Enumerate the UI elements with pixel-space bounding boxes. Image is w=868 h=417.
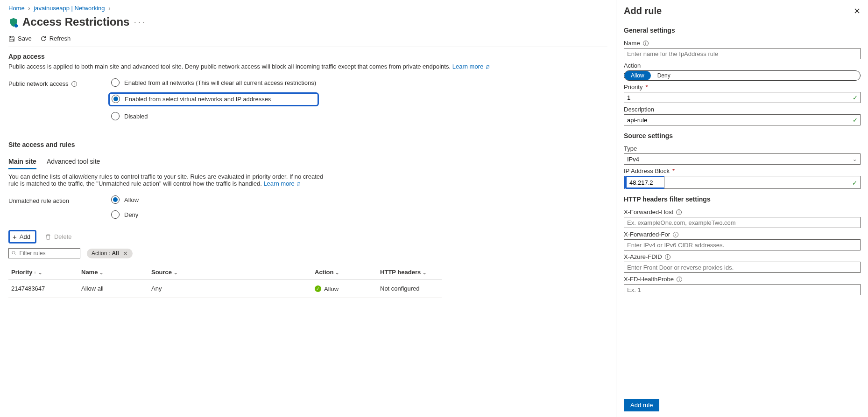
description-label: Description: [624, 106, 861, 113]
table-row[interactable]: 2147483647 Allow all Any ✓Allow Not conf…: [8, 280, 442, 298]
add-rule-submit[interactable]: Add rule: [624, 399, 659, 411]
svg-point-0: [14, 24, 18, 28]
add-rule-panel: Add rule ✕ General settings Namei Action…: [616, 0, 868, 417]
info-icon[interactable]: i: [643, 41, 649, 46]
radio-icon: [111, 112, 120, 120]
radio-enabled-select[interactable]: Enabled from select virtual networks and…: [108, 92, 319, 106]
info-icon[interactable]: i: [673, 232, 678, 237]
tab-advanced-tool[interactable]: Advanced tool site: [47, 155, 100, 169]
chevron-right-icon: ›: [28, 5, 30, 12]
delete-rule-button: Delete: [45, 233, 72, 240]
radio-unmatched-deny[interactable]: Deny: [108, 209, 141, 220]
xhp-label: X-FD-HealthProbei: [624, 276, 861, 283]
chevron-down-icon: ⌄: [38, 270, 42, 275]
radio-unmatched-allow[interactable]: Allow: [108, 195, 141, 205]
col-name[interactable]: Name⌄: [78, 265, 148, 280]
checkmark-icon: ✓: [853, 94, 858, 101]
name-input[interactable]: [624, 48, 861, 59]
panel-title: Add rule: [624, 6, 662, 16]
filter-input[interactable]: [8, 248, 80, 258]
ip-block-label: IP Address Block *: [624, 167, 861, 174]
learn-more-link[interactable]: Learn more: [263, 180, 301, 187]
tab-main-site[interactable]: Main site: [8, 155, 36, 169]
page-title: Access Restrictions: [22, 15, 129, 28]
chevron-down-icon: ⌄: [335, 270, 339, 275]
radio-icon: [111, 195, 120, 204]
action-toggle[interactable]: Allow Deny: [624, 70, 861, 81]
chevron-right-icon: ›: [108, 5, 110, 12]
chevron-down-icon: ⌄: [423, 270, 426, 275]
type-label: Type: [624, 145, 861, 152]
search-icon: [12, 250, 17, 256]
more-icon[interactable]: · · ·: [134, 19, 145, 26]
rules-table: Priority↑⌄ Name⌄ Source⌄ Action⌄ HTTP he…: [8, 265, 442, 298]
public-access-label: Public network access i: [8, 77, 108, 87]
site-rules-description: You can define lists of allow/deny rules…: [8, 173, 326, 187]
priority-label: Priority *: [624, 83, 861, 90]
action-label: Action: [624, 62, 861, 69]
site-rules-heading: Site access and rules: [8, 141, 607, 148]
save-button[interactable]: Save: [8, 35, 32, 42]
source-settings-heading: Source settings: [624, 132, 861, 139]
col-source[interactable]: Source⌄: [148, 265, 312, 280]
app-access-description: Public access is applied to both main si…: [8, 63, 607, 70]
radio-icon: [112, 95, 120, 103]
radio-icon: [111, 210, 120, 219]
unmatched-action-label: Unmatched rule action: [8, 195, 108, 204]
col-action[interactable]: Action⌄: [312, 265, 377, 280]
description-input[interactable]: [624, 114, 861, 125]
info-icon[interactable]: i: [665, 254, 670, 260]
xhp-input[interactable]: [624, 284, 861, 295]
trash-icon: [45, 234, 51, 240]
xaf-input[interactable]: [624, 262, 861, 273]
action-allow[interactable]: Allow: [624, 71, 651, 80]
save-icon: [8, 35, 15, 42]
chevron-down-icon: ⌄: [99, 270, 103, 275]
svg-point-1: [12, 251, 15, 254]
learn-more-link[interactable]: Learn more: [452, 63, 490, 70]
breadcrumb: Home › javainuseapp | Networking ›: [8, 5, 607, 12]
external-link-icon: [296, 182, 301, 187]
radio-enabled-all[interactable]: Enabled from all networks (This will cle…: [108, 77, 319, 88]
plus-icon: +: [13, 234, 17, 240]
close-icon[interactable]: ✕: [123, 250, 128, 257]
radio-disabled[interactable]: Disabled: [108, 111, 319, 121]
breadcrumb-home[interactable]: Home: [8, 5, 25, 12]
app-access-heading: App access: [8, 53, 607, 60]
info-icon[interactable]: i: [677, 277, 682, 282]
radio-icon: [111, 78, 120, 87]
close-icon[interactable]: ✕: [854, 6, 861, 16]
xfh-label: X-Forwarded-Hosti: [624, 208, 861, 215]
external-link-icon: [485, 65, 490, 70]
ip-input[interactable]: [625, 176, 664, 189]
refresh-icon: [40, 35, 47, 42]
add-rule-button[interactable]: + Add: [8, 230, 36, 243]
xff-label: X-Forwarded-Fori: [624, 231, 861, 238]
checkmark-icon: ✓: [852, 180, 857, 187]
info-icon[interactable]: i: [71, 81, 77, 87]
info-icon[interactable]: i: [676, 209, 682, 215]
checkmark-icon: ✓: [853, 117, 858, 124]
filter-pill-action[interactable]: Action : All ✕: [87, 249, 133, 258]
xff-input[interactable]: [624, 239, 861, 250]
col-headers[interactable]: HTTP headers⌄: [377, 265, 442, 280]
breadcrumb-path[interactable]: javainuseapp | Networking: [34, 5, 105, 12]
chevron-down-icon: ⌄: [853, 156, 857, 162]
check-circle-icon: ✓: [315, 285, 321, 292]
priority-input[interactable]: [624, 92, 861, 103]
action-deny[interactable]: Deny: [651, 71, 677, 80]
col-priority[interactable]: Priority↑⌄: [8, 265, 78, 280]
shield-icon: [8, 17, 18, 27]
name-label: Namei: [624, 40, 861, 47]
general-settings-heading: General settings: [624, 27, 861, 34]
xfh-input[interactable]: [624, 217, 861, 228]
xaf-label: X-Azure-FDIDi: [624, 253, 861, 260]
http-headers-heading: HTTP headers filter settings: [624, 195, 861, 203]
sort-up-icon: ↑: [34, 270, 36, 275]
chevron-down-icon: ⌄: [174, 270, 177, 275]
refresh-button[interactable]: Refresh: [40, 35, 71, 42]
type-select[interactable]: [624, 153, 861, 165]
